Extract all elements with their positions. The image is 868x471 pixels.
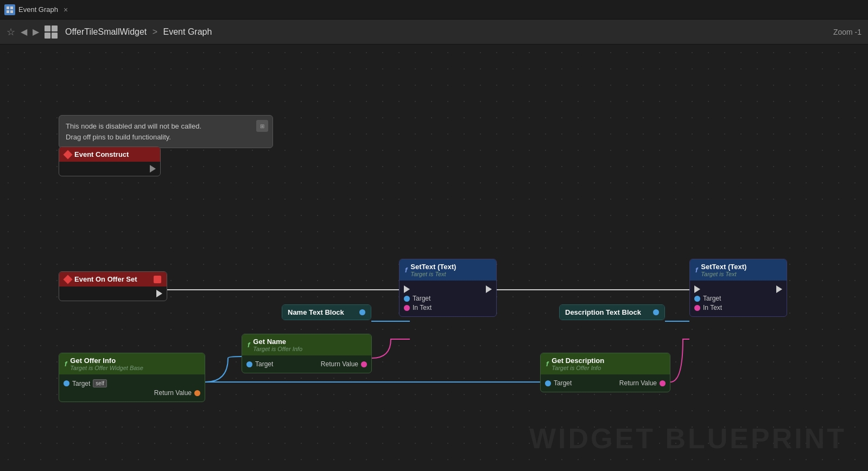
target-pin-row: Target Return Value [246,360,367,368]
svg-rect-2 [7,10,9,13]
intext-pin-row: In Text [694,304,782,311]
breadcrumb-widget[interactable]: OfferTileSmallWidget [65,27,147,36]
disabled-node-tooltip: This node is disabled and will not be ca… [59,115,273,148]
function-icon: f [405,266,407,274]
set-text-desc-node[interactable]: f SetText (Text) Target is Text Target [689,259,787,317]
exec-out-pin[interactable] [156,290,162,297]
exec-pin-row [694,285,782,293]
node-pins: Target Return Value [242,355,371,373]
node-title: Get Name [253,338,302,346]
event-on-offer-set-node[interactable]: Event On Offer Set [59,271,167,301]
intext-input-pin[interactable] [404,305,410,311]
node-title: Event Construct [74,150,129,158]
favorite-icon[interactable]: ☆ [7,26,15,38]
node-header: f Get Name Target is Offer Info [242,334,371,355]
watermark-text: WIDGET BLUEPRINT [529,422,846,455]
target-input-pin[interactable] [694,296,700,302]
svg-rect-1 [10,7,13,9]
return-pin-row: Return Value [64,389,200,397]
target-pin-row: Target self [64,379,200,387]
node-title: Get Offer Info [70,357,143,365]
output-pin[interactable] [653,309,659,315]
node-body [59,162,160,176]
get-name-node[interactable]: f Get Name Target is Offer Info Target R… [242,334,372,373]
node-header: Name Text Block [282,305,371,320]
target-input-pin[interactable] [404,296,410,302]
function-icon: f [248,341,250,349]
target-label: Target [703,295,721,302]
desc-text-block-node[interactable]: Description Text Block [559,304,665,320]
exec-in-pin[interactable] [694,285,700,293]
return-label: Return Value [321,360,358,368]
function-icon: f [65,360,67,368]
breakpoint-icon [154,276,161,283]
svg-rect-0 [7,7,9,9]
exec-out-pin[interactable] [776,285,782,293]
disabled-line2: Drag off pins to build functionality. [66,133,171,141]
target-input-pin[interactable] [246,361,252,367]
event-construct-node[interactable]: Event Construct [59,147,161,176]
intext-pin-row: In Text [404,304,492,311]
node-title: Name Text Block [288,308,344,316]
node-title: SetText (Text) [410,263,456,271]
output-pin[interactable] [359,309,365,315]
tab-title: Event Graph [18,5,58,14]
nav-bar: ☆ ◀ ▶ OfferTileSmallWidget > Event Graph… [0,20,868,44]
set-text-name-node[interactable]: f SetText (Text) Target is Text Target [399,259,497,317]
target-label: Target [255,360,273,368]
back-arrow-icon[interactable]: ◀ [21,27,27,37]
get-offer-info-node[interactable]: f Get Offer Info Target is Offer Widget … [59,353,205,402]
node-subtitle: Target is Offer Info [253,346,302,352]
node-title: Event On Offer Set [74,275,137,283]
intext-input-pin[interactable] [694,305,700,311]
node-pins: Target self Return Value [59,374,205,402]
target-pin-row: Target Return Value [545,379,666,387]
disabled-line1: This node is disabled and will not be ca… [66,122,201,130]
target-label: Target [554,379,572,387]
return-label: Return Value [619,379,657,387]
node-title: Get Description [552,357,604,365]
exec-out-pin[interactable] [150,165,156,173]
event-diamond-icon [64,275,73,284]
target-input-pin[interactable] [64,380,69,386]
node-subtitle: Target is Text [701,271,746,277]
forward-arrow-icon[interactable]: ▶ [33,27,39,37]
function-icon: f [695,266,698,274]
breadcrumb-separator: > [153,27,157,36]
node-subtitle: Target is Offer Info [552,365,604,371]
title-bar: Event Graph × [0,0,868,20]
node-body [59,287,167,301]
node-pins: Target Return Value [541,374,670,392]
return-output-pin[interactable] [361,361,367,367]
node-header: Description Text Block [560,305,664,320]
self-badge: self [93,379,107,387]
wires-layer [0,44,868,471]
get-description-node[interactable]: f Get Description Target is Offer Info T… [540,353,670,392]
exec-in-pin[interactable] [404,285,410,293]
event-diamond-icon [64,150,73,159]
function-icon: f [546,360,548,368]
target-input-pin[interactable] [545,380,551,386]
name-text-block-node[interactable]: Name Text Block [282,304,371,320]
target-pin-row: Target [404,295,492,302]
return-output-pin[interactable] [660,380,666,386]
node-subtitle: Target is Offer Widget Base [70,365,143,371]
node-title: Description Text Block [565,308,641,316]
return-output-pin[interactable] [194,390,200,396]
svg-rect-3 [10,10,13,13]
breadcrumb: OfferTileSmallWidget > Event Graph [65,27,212,37]
return-label: Return Value [154,389,192,397]
exec-out-pin[interactable] [486,285,492,293]
node-header: f SetText (Text) Target is Text [690,259,787,281]
node-header: f SetText (Text) Target is Text [400,259,496,281]
target-label: Target [72,380,90,387]
node-pins: Target In Text [400,281,496,316]
intext-label: In Text [703,304,722,311]
blueprint-icon [45,26,58,39]
zoom-label: Zoom -1 [833,28,861,36]
target-pin-row: Target [694,295,782,302]
blueprint-canvas[interactable]: This node is disabled and will not be ca… [0,44,868,471]
tab-close-button[interactable]: × [64,5,68,14]
tab-icon [4,4,15,15]
target-label: Target [413,295,430,302]
